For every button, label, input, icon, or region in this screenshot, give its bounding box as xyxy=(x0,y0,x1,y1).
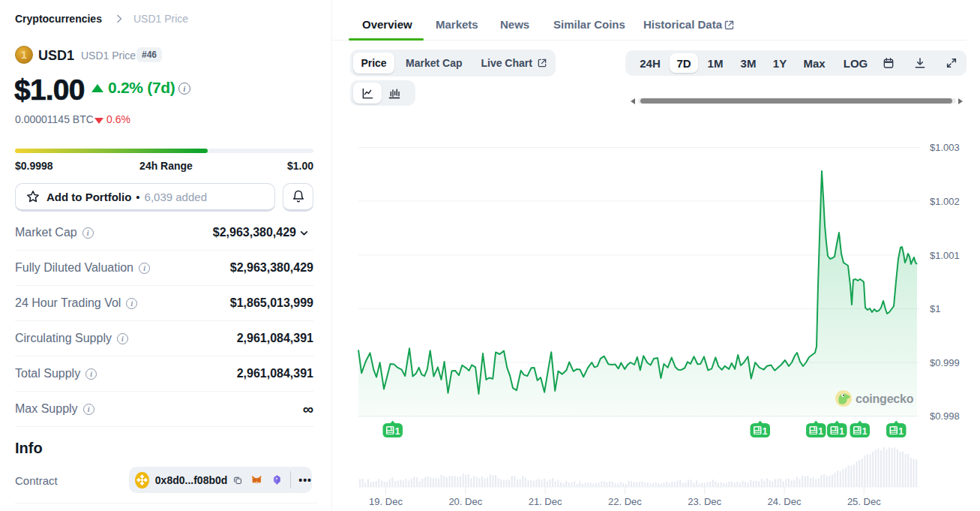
svg-text:1: 1 xyxy=(839,426,844,437)
svg-text:$0.998: $0.998 xyxy=(930,410,960,422)
svg-text:24. Dec: 24. Dec xyxy=(768,496,802,507)
svg-text:$1.001: $1.001 xyxy=(930,250,960,261)
svg-text:1: 1 xyxy=(395,426,400,437)
svg-text:$1.002: $1.002 xyxy=(930,196,960,207)
svg-text:1: 1 xyxy=(763,426,768,437)
svg-text:19. Dec: 19. Dec xyxy=(369,496,403,507)
svg-text:$0.999: $0.999 xyxy=(930,357,960,368)
svg-text:25. Dec: 25. Dec xyxy=(847,496,881,507)
svg-text:22. Dec: 22. Dec xyxy=(608,496,642,507)
svg-text:1: 1 xyxy=(898,426,904,437)
svg-text:$1: $1 xyxy=(930,303,940,314)
svg-text:$1.003: $1.003 xyxy=(930,142,960,153)
svg-text:1: 1 xyxy=(818,426,823,437)
svg-text:coingecko: coingecko xyxy=(856,392,914,405)
svg-text:20. Dec: 20. Dec xyxy=(448,496,482,507)
svg-text:23. Dec: 23. Dec xyxy=(688,496,721,507)
svg-text:21. Dec: 21. Dec xyxy=(529,496,562,507)
svg-text:1: 1 xyxy=(862,426,868,437)
